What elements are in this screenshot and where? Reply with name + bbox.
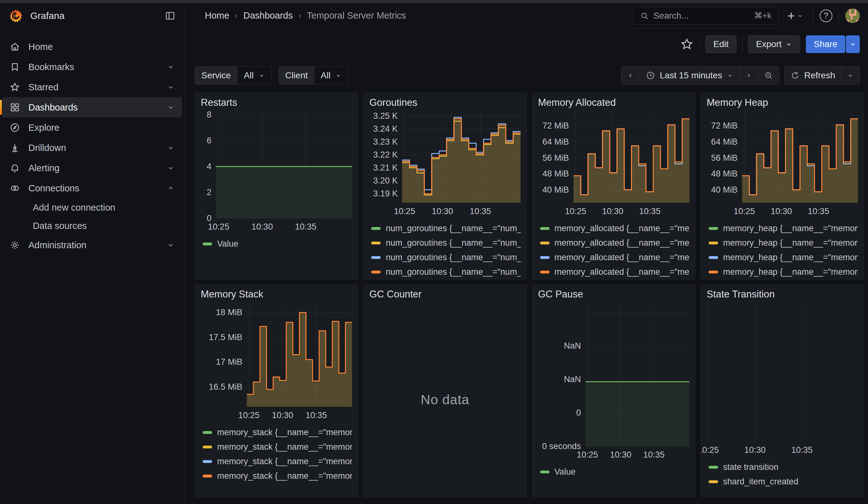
legend-item[interactable]: shard_item_created <box>709 474 858 489</box>
chevron-down-icon[interactable] <box>167 164 175 172</box>
legend: memory_heap {__name__="memory_hmemory_he… <box>707 218 858 279</box>
chart-plot-area[interactable]: 10:2510:3010:35 <box>742 111 858 203</box>
share-split-button: Share <box>806 35 860 53</box>
chevron-down-icon[interactable] <box>167 103 175 112</box>
chevron-up-icon[interactable] <box>167 184 175 192</box>
panel-title[interactable]: Restarts <box>201 97 352 108</box>
legend-item[interactable]: num_goroutines {__name__="num_go <box>371 221 520 236</box>
legend-label: shard_item_created <box>723 477 798 487</box>
time-shift-forward-button[interactable] <box>739 66 758 84</box>
legend-item[interactable]: memory_allocated {__name__="memc <box>540 221 689 236</box>
sidebar-item-dashboards[interactable]: Dashboards <box>2 97 182 117</box>
legend-item[interactable]: Value <box>203 237 352 251</box>
panel-title[interactable]: Memory Heap <box>707 97 858 108</box>
legend-item[interactable]: memory_stack {__name__="memory_s <box>203 440 352 454</box>
chevron-down-icon[interactable] <box>167 144 175 152</box>
sidebar-item-drilldown[interactable]: Drilldown <box>2 138 182 158</box>
y-tick-label: 17 MiB <box>216 357 242 367</box>
dashboards-grid-icon <box>9 102 20 113</box>
grafana-logo-icon[interactable] <box>9 9 23 23</box>
refresh-button[interactable]: Refresh <box>785 66 841 84</box>
panel-title[interactable]: GC Counter <box>369 289 520 300</box>
legend-item[interactable]: memory_stack {__name__="memory_s <box>203 454 352 469</box>
legend-item[interactable]: Value <box>540 464 689 479</box>
time-range-picker[interactable]: Last 15 minutes <box>640 66 739 84</box>
x-tick-label: 10:30 <box>272 411 293 420</box>
chevron-down-icon[interactable] <box>167 63 175 71</box>
sidebar-item-add-new-connection[interactable]: Add new connection <box>2 198 182 217</box>
x-axis: 10:2510:3010:35 <box>707 444 858 457</box>
sidebar-item-data-sources[interactable]: Data sources <box>2 217 182 235</box>
y-axis: 16.5 MiB17 MiB17.5 MiB18 MiB <box>201 302 247 407</box>
chevron-down-icon[interactable] <box>167 83 175 91</box>
sidebar-item-connections[interactable]: Connections <box>2 178 182 198</box>
panel-title[interactable]: Memory Stack <box>201 289 352 300</box>
service-variable-value[interactable]: All <box>237 66 271 84</box>
client-variable-value[interactable]: All <box>314 66 348 84</box>
caret-right-icon <box>745 72 752 79</box>
legend-item[interactable]: memory_stack {__name__="memory_s <box>203 469 352 483</box>
sidebar-item-home[interactable]: Home <box>2 37 182 57</box>
time-range-label: Last 15 minutes <box>660 70 722 81</box>
legend-swatch-green <box>203 431 212 434</box>
panel-restarts: Restarts 02468 10:2510:3010:35 Value <box>195 93 358 279</box>
help-button[interactable]: ? <box>820 10 832 22</box>
legend-item[interactable]: state transition <box>709 460 858 474</box>
legend-label: memory_stack {__name__="memory_s <box>217 428 352 438</box>
chart-plot-area[interactable]: 10:2510:3010:35 <box>247 302 352 407</box>
panel-title[interactable]: Goroutines <box>369 97 520 108</box>
share-options-button[interactable] <box>846 35 860 53</box>
y-tick-label: 0 <box>207 214 211 223</box>
legend-item[interactable]: memory_stack {__name__="memory_s <box>203 425 352 440</box>
panel-title[interactable]: State Transition <box>707 289 858 300</box>
add-button[interactable]: + <box>784 10 807 22</box>
sidebar-item-bookmarks[interactable]: Bookmarks <box>2 57 182 77</box>
x-tick-label: 10:25 <box>734 207 755 216</box>
legend-item[interactable]: memory_heap {__name__="memory_h <box>709 221 858 236</box>
zoom-out-button[interactable] <box>758 66 779 84</box>
y-tick-label: 56 MiB <box>711 153 738 163</box>
sidebar-item-alerting[interactable]: Alerting <box>2 158 182 178</box>
breadcrumb-home[interactable]: Home <box>205 10 229 21</box>
x-tick-label: 10:25 <box>565 207 587 216</box>
share-button[interactable]: Share <box>806 35 845 53</box>
legend-item[interactable]: memory_heap {__name__="memory_h <box>709 250 858 265</box>
legend-swatch-orange <box>203 475 212 477</box>
legend-item[interactable]: num_goroutines {__name__="num_go <box>371 265 520 279</box>
sidebar-item-administration[interactable]: Administration <box>2 235 182 255</box>
legend-label: state transition <box>723 462 779 472</box>
legend-item[interactable]: memory_heap {__name__="memory_h <box>709 236 858 250</box>
chart-plot-area[interactable]: 10:2510:3010:35 <box>216 111 352 218</box>
favorite-star-icon[interactable] <box>680 37 694 51</box>
chart-plot-area[interactable]: 10:2510:3010:35 <box>574 111 689 203</box>
panel-title[interactable]: GC Pause <box>538 289 689 300</box>
sidebar-item-starred[interactable]: Starred <box>2 77 182 97</box>
search-input[interactable]: Search... ⌘+k <box>633 7 778 25</box>
chart-plot-area[interactable]: 10:2510:3010:35 <box>586 302 689 446</box>
legend-item[interactable]: memory_allocated {__name__="memc <box>540 236 689 250</box>
panel-title[interactable]: Memory Allocated <box>538 97 689 108</box>
user-avatar[interactable] <box>845 9 860 23</box>
legend-item[interactable]: memory_heap {__name__="memory_h <box>709 265 858 279</box>
y-tick-label: 3.21 K <box>373 163 398 173</box>
sidebar-item-explore[interactable]: Explore <box>2 117 182 138</box>
drilldown-icon <box>9 142 20 153</box>
export-button[interactable]: Export <box>748 35 800 53</box>
divider <box>742 38 742 51</box>
sidebar-toggle-icon[interactable] <box>165 10 175 21</box>
refresh-interval-button[interactable] <box>841 66 859 84</box>
legend-item[interactable]: num_goroutines {__name__="num_go <box>371 250 520 265</box>
time-shift-back-button[interactable] <box>621 66 640 84</box>
legend-item[interactable]: num_goroutines {__name__="num_go <box>371 236 520 250</box>
chart-plot-area[interactable]: 10:2510:3010:35 <box>707 302 858 442</box>
chevron-down-icon <box>847 72 854 79</box>
zoom-out-icon <box>764 71 773 80</box>
sidebar-item-label: Bookmarks <box>28 62 158 72</box>
legend-item[interactable]: memory_allocated {__name__="memc <box>540 250 689 265</box>
breadcrumb-dashboards[interactable]: Dashboards <box>244 10 292 21</box>
home-icon <box>9 41 20 52</box>
edit-button[interactable]: Edit <box>705 35 736 53</box>
chart-plot-area[interactable]: 10:2510:3010:35 <box>402 111 520 203</box>
legend-item[interactable]: memory_allocated {__name__="memc <box>540 265 689 279</box>
chevron-down-icon[interactable] <box>167 241 175 249</box>
